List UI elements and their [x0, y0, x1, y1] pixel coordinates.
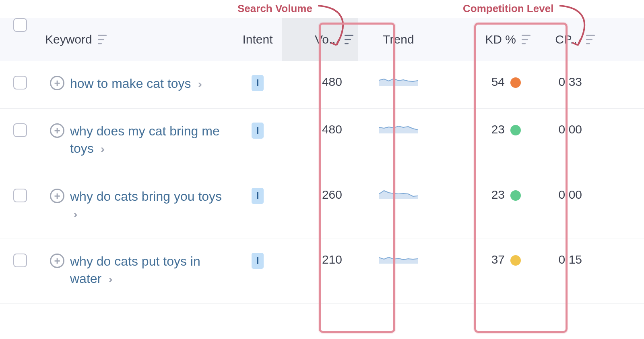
keyword-link[interactable]: why do cats bring you toys ›› — [70, 188, 229, 223]
chevron-right-icon: ›› — [101, 143, 102, 155]
trend-sparkline-icon — [379, 75, 418, 87]
expand-button[interactable]: + — [50, 76, 64, 90]
kd-difficulty-dot-icon — [510, 190, 521, 201]
trend-sparkline-icon — [379, 188, 418, 200]
volume-value: 260 — [282, 174, 358, 218]
sort-icon — [345, 33, 353, 46]
expand-button[interactable]: + — [50, 254, 64, 268]
header-volume[interactable]: Vo... — [282, 18, 358, 61]
intent-badge[interactable]: I — [252, 188, 264, 204]
header-trend[interactable]: Trend — [358, 18, 439, 61]
row-checkbox[interactable] — [13, 76, 27, 89]
kd-difficulty-dot-icon — [510, 255, 521, 266]
header-kd[interactable]: KD % — [439, 18, 535, 61]
table-header-row: Keyword Intent Vo... Trend KD % CP... — [0, 18, 644, 61]
header-keyword[interactable]: Keyword — [40, 18, 233, 61]
column-label: CP... — [555, 33, 580, 46]
chevron-right-icon: ›› — [73, 208, 74, 220]
expand-button[interactable]: + — [50, 189, 64, 203]
volume-value: 210 — [282, 239, 358, 283]
trend-sparkline-icon — [379, 253, 418, 265]
table-row: + why do cats put toys in water ›› I 210… — [0, 239, 644, 304]
column-label: Intent — [242, 33, 272, 46]
volume-value: 480 — [282, 109, 358, 152]
keyword-link[interactable]: how to make cat toys ›› — [70, 75, 199, 92]
chevron-right-icon: ›› — [198, 78, 199, 90]
volume-value: 480 — [282, 61, 358, 105]
annotation-search-volume-label: Search Volume — [237, 2, 312, 15]
cpc-value: 0.33 — [535, 61, 600, 105]
kd-difficulty-dot-icon — [510, 125, 521, 135]
sort-icon — [98, 33, 107, 46]
intent-badge[interactable]: I — [252, 123, 264, 139]
kd-value: 23 — [491, 188, 505, 202]
cpc-value: 0.15 — [535, 239, 600, 283]
row-checkbox[interactable] — [13, 123, 27, 137]
select-all-checkbox[interactable] — [13, 18, 27, 32]
kd-value: 37 — [491, 253, 505, 266]
row-checkbox[interactable] — [13, 189, 27, 202]
sort-icon — [586, 33, 595, 46]
keyword-text: why do cats bring you toys — [70, 189, 222, 204]
keyword-link[interactable]: why do cats put toys in water ›› — [70, 253, 229, 287]
table-row: + why does my cat bring me toys ›› I 480… — [0, 109, 644, 174]
sort-icon — [522, 33, 530, 46]
keyword-table: Keyword Intent Vo... Trend KD % CP... — [0, 18, 644, 304]
row-checkbox[interactable] — [13, 254, 27, 267]
keyword-text: why do cats put toys in water — [70, 254, 200, 286]
trend-sparkline-icon — [379, 123, 418, 135]
cpc-value: 0.00 — [535, 109, 600, 152]
column-label: KD % — [485, 33, 516, 46]
kd-difficulty-dot-icon — [510, 77, 521, 88]
kd-value: 23 — [491, 123, 505, 136]
table-row: + why do cats bring you toys ›› I 260 23… — [0, 174, 644, 239]
header-cpc[interactable]: CP... — [535, 18, 600, 61]
keyword-link[interactable]: why does my cat bring me toys ›› — [70, 123, 229, 157]
annotation-competition-label: Competition Level — [463, 2, 553, 15]
keyword-text: why does my cat bring me toys — [70, 124, 220, 156]
column-label: Vo... — [315, 33, 339, 46]
column-label: Keyword — [45, 33, 92, 46]
keyword-text: how to make cat toys — [70, 76, 191, 91]
chevron-right-icon: ›› — [108, 273, 109, 285]
intent-badge[interactable]: I — [252, 253, 264, 269]
table-row: + how to make cat toys ›› I 480 54 0.33 — [0, 61, 644, 109]
kd-value: 54 — [491, 75, 505, 89]
cpc-value: 0.00 — [535, 174, 600, 218]
expand-button[interactable]: + — [50, 123, 64, 138]
column-label: Trend — [383, 33, 414, 46]
intent-badge[interactable]: I — [252, 75, 264, 91]
header-intent[interactable]: Intent — [233, 18, 282, 61]
